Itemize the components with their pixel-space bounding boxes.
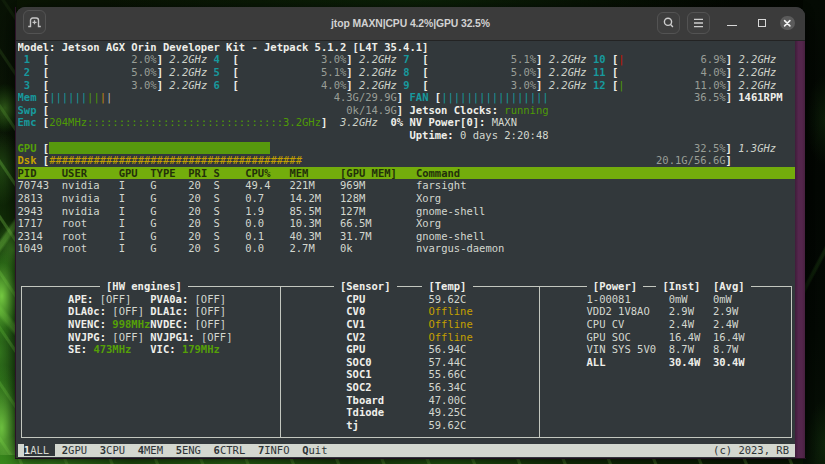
terminal-text-segment: [Temp] bbox=[422, 280, 473, 292]
terminal-text-segment: ] bbox=[157, 79, 163, 91]
new-tab-button[interactable] bbox=[23, 10, 46, 34]
terminal-text-segment: 1.9 bbox=[245, 205, 264, 217]
statusbar-item-INFO[interactable]: 7INFO bbox=[258, 444, 290, 456]
terminal-text-segment: 1461RPM bbox=[738, 91, 782, 103]
terminal-text-segment: 0mW bbox=[669, 293, 688, 305]
terminal-text-segment: 59.62C bbox=[428, 419, 466, 431]
terminal-text-segment: 2.2GHz bbox=[359, 66, 397, 78]
terminal-text-segment: CV2 bbox=[346, 331, 365, 343]
statusbar-item-uit[interactable]: Quit bbox=[302, 444, 327, 456]
terminal-text-segment: 40.3M bbox=[289, 230, 321, 242]
panel-content-row: SOC1 55.66C bbox=[18, 368, 796, 381]
terminal-text-segment: 2.2GHz bbox=[359, 79, 397, 91]
terminal-text-segment: 0.0 bbox=[245, 242, 264, 254]
terminal-text-segment: Offline bbox=[428, 331, 472, 343]
terminal-text-segment: 7 bbox=[403, 53, 409, 65]
search-icon bbox=[658, 13, 679, 33]
process-row: 2813 nvidia I G 20 S 0.7 14.2M 128M Xorg bbox=[18, 192, 796, 205]
terminal-text-segment: 3.0% bbox=[131, 79, 156, 91]
terminal-text-segment: 2943 bbox=[18, 205, 43, 217]
terminal-text-segment: ||||||||||||||||| bbox=[441, 91, 548, 103]
panel-content-row: APE: [OFF] PVA0a: [OFF] CPU 59.62C 1-000… bbox=[18, 293, 796, 306]
process-row: 2943 nvidia I G 20 S 1.9 85.5M 127M gnom… bbox=[18, 205, 796, 218]
terminal-text-segment: ] bbox=[397, 104, 403, 116]
panel-content-row: NVJPG: [OFF] NVJPG1: [OFF] CV2 Offline G… bbox=[18, 331, 796, 344]
panel-content-row: Tdiode 49.25C bbox=[18, 406, 796, 419]
terminal-text-segment: [Sensor] bbox=[334, 280, 397, 292]
terminal-text-segment: 204MHz:::::::::::::::::::::::::::::::3.2… bbox=[49, 116, 321, 128]
statusbar-item-MEM[interactable]: 4MEM bbox=[138, 444, 163, 456]
terminal-text-segment: I bbox=[119, 205, 125, 217]
terminal-text-segment: [ bbox=[43, 104, 49, 116]
terminal-text-segment: 2 bbox=[24, 66, 30, 78]
terminal-text-segment: [ bbox=[422, 53, 428, 65]
terminal-text-segment: 0mW bbox=[713, 293, 732, 305]
terminal-text-segment: 1-00081 bbox=[587, 293, 631, 305]
terminal-text-segment: 16.4W bbox=[669, 331, 701, 343]
cpu-row-1: 1 [ 2.0%] 2.2GHz 4 [ 3.0%] 2.2GHz 7 [ 5.… bbox=[18, 53, 796, 66]
scrollbar[interactable] bbox=[795, 41, 805, 458]
terminal-text-segment: 127M bbox=[340, 205, 365, 217]
terminal-text-segment: 2.2GHz bbox=[169, 53, 207, 65]
terminal-text-segment: [ bbox=[233, 79, 239, 91]
terminal-text-segment: 56.94C bbox=[428, 343, 466, 355]
terminal-text-segment: Jetson Clocks: bbox=[409, 104, 498, 116]
terminal-text-segment: Xorg bbox=[416, 192, 441, 204]
terminal-text-segment: ] bbox=[157, 53, 163, 65]
terminal-text-segment: CV1 bbox=[346, 318, 365, 330]
terminal-text-segment: USER bbox=[62, 167, 87, 179]
terminal-text-segment: 5.1% bbox=[321, 66, 346, 78]
wallpaper-right-leaves bbox=[803, 0, 825, 464]
terminal-text-segment: 3.0% bbox=[511, 79, 536, 91]
titlebar[interactable]: jtop MAXN|CPU 4.2%|GPU 32.5% bbox=[16, 7, 805, 41]
terminal-text-segment: 20.1G/56.6G bbox=[656, 154, 726, 166]
terminal-text-segment: ] bbox=[726, 154, 732, 166]
statusbar-item-CPU[interactable]: 3CPU bbox=[100, 444, 125, 456]
terminal-text-segment: NV Power[0]: bbox=[410, 116, 486, 128]
statusbar-item-ENG[interactable]: 5ENG bbox=[176, 444, 201, 456]
terminal-text-segment: I bbox=[119, 242, 125, 254]
terminal-text-segment: ] bbox=[726, 91, 732, 103]
terminal-text-segment: 5.0% bbox=[131, 66, 156, 78]
statusbar-item-GPU[interactable]: 2GPU bbox=[62, 444, 87, 456]
terminal-text-segment: 16.4W bbox=[713, 331, 745, 343]
maximize-button[interactable] bbox=[758, 19, 766, 27]
terminal-text-segment: 36.5% bbox=[694, 91, 726, 103]
terminal-text-segment: 3.0% bbox=[321, 53, 346, 65]
terminal-text-segment: ] bbox=[536, 66, 542, 78]
terminal-text-segment: S bbox=[214, 167, 220, 179]
terminal-text-segment: 3.2GHz bbox=[340, 116, 378, 128]
terminal-text-segment: ] bbox=[726, 66, 732, 78]
minimize-button[interactable] bbox=[727, 25, 737, 27]
statusbar-item-ALL[interactable]: 1ALL bbox=[24, 444, 56, 456]
terminal-text-segment: Tdiode bbox=[346, 406, 384, 418]
terminal-text-segment: farsight bbox=[416, 179, 467, 191]
process-row: 1049 root I G 20 S 0.0 2.7M 0k nvargus-d… bbox=[18, 242, 796, 255]
terminal-text-segment: || bbox=[87, 91, 100, 103]
close-button[interactable] bbox=[780, 16, 795, 31]
terminal-text-segment: 0k/14.9G bbox=[346, 104, 397, 116]
terminal-text-segment: 55.66C bbox=[428, 368, 466, 380]
terminal-text-segment: 5.0% bbox=[511, 66, 536, 78]
terminal-text-segment: I bbox=[119, 217, 125, 229]
terminal-text-segment: SOC1 bbox=[346, 368, 371, 380]
menu-button[interactable] bbox=[687, 12, 710, 34]
cpu-row-2: 2 [ 5.0%] 2.2GHz 5 [ 5.1%] 2.2GHz 8 [ 5.… bbox=[18, 66, 796, 79]
terminal-text-segment: nvidia bbox=[62, 192, 100, 204]
terminal-text-segment: MEM bbox=[289, 167, 308, 179]
terminal-text-segment: Uptime: bbox=[409, 129, 453, 141]
terminal-text-segment: 66.5M bbox=[340, 217, 372, 229]
terminal-text-segment: G bbox=[150, 179, 156, 191]
terminal-text-segment: ] bbox=[346, 66, 352, 78]
terminal-text-segment: 9 bbox=[403, 79, 409, 91]
terminal-text-segment: 1.3GHz bbox=[738, 142, 776, 154]
terminal-text-segment: running bbox=[504, 104, 548, 116]
terminal-screen[interactable]: Model: Jetson AGX Orin Developer Kit - J… bbox=[18, 41, 796, 457]
terminal-text-segment: 473MHz bbox=[93, 343, 131, 355]
terminal-text-segment: PRI bbox=[188, 167, 207, 179]
terminal-text-segment: [Avg] bbox=[707, 280, 751, 292]
terminal-text-segment: DLA0c: bbox=[68, 305, 106, 317]
terminal-text-segment: Swp bbox=[18, 104, 37, 116]
search-button[interactable] bbox=[657, 12, 680, 34]
statusbar-item-CTRL[interactable]: 6CTRL bbox=[214, 444, 246, 456]
